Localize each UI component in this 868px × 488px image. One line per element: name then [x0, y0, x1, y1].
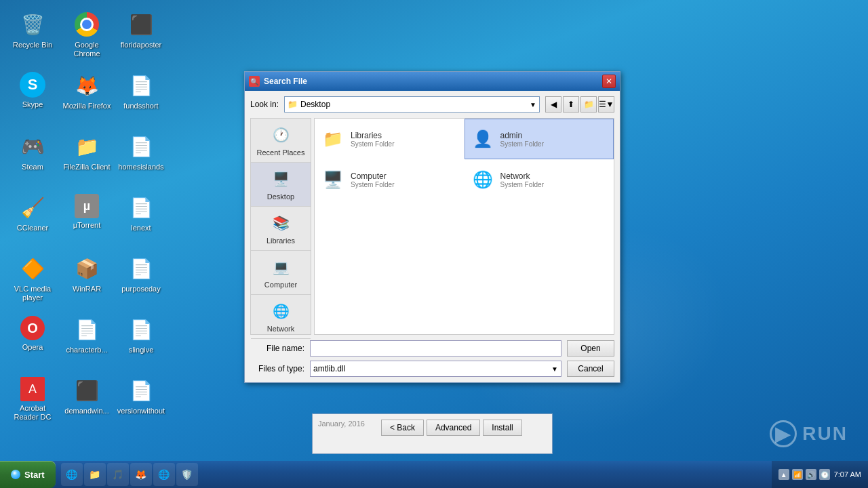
taskbar-app-ie[interactable]: 🌐: [61, 463, 83, 486]
recycle-bin-label: Recycle Bin: [13, 41, 52, 49]
files-of-type-select[interactable]: amtlib.dll ▼: [310, 361, 561, 377]
opera-label: Opera: [22, 343, 43, 352]
desktop-icon-recycle-bin[interactable]: 🗑️ Recycle Bin: [5, 5, 60, 66]
lookin-value: Desktop: [300, 100, 330, 109]
versionwithout-label: versionwithout: [117, 407, 165, 415]
demandwin-icon: ⬛: [73, 377, 100, 404]
file-name-input[interactable]: [313, 344, 558, 353]
computer-sidebar-label: Computer: [264, 281, 297, 289]
desktop-icon-skype[interactable]: S Skype: [5, 66, 60, 127]
bg-dialog-install-btn[interactable]: Install: [483, 420, 521, 436]
desktop-icon-fundsshort[interactable]: 📄 fundsshort: [114, 66, 168, 127]
anyrun-watermark: ▶ RUN: [770, 420, 848, 447]
taskbar-right: ▲ 📶 🔊 🕐 7:07 AM: [772, 461, 868, 488]
file-item-computer[interactable]: 🖥️ Computer System Folder: [315, 159, 465, 200]
desktop-icon-winrar[interactable]: 📦 WinRAR: [60, 249, 114, 310]
ccleaner-label: CCleaner: [17, 224, 48, 232]
chrome-icon: [73, 11, 100, 38]
dialog-files-area: 📁 Libraries System Folder 👤 admin System…: [314, 118, 614, 335]
start-button[interactable]: Start: [0, 461, 56, 488]
recent-places-label: Recent Places: [257, 148, 305, 157]
filezilla-label: FileZilla Client: [63, 163, 110, 171]
recent-places-icon: 🕐: [270, 124, 292, 146]
dialog-close-button[interactable]: ✕: [602, 75, 616, 88]
volume-tray-icon[interactable]: 🔊: [806, 469, 816, 480]
sidebar-item-desktop[interactable]: 🖥️ Desktop: [251, 163, 311, 207]
network-file-icon: 🌐: [471, 167, 495, 192]
sidebar-item-libraries[interactable]: 📚 Libraries: [251, 207, 311, 251]
desktop-icon-filezilla[interactable]: 📁 FileZilla Client: [60, 127, 114, 188]
taskbar-app-firefox[interactable]: 🦊: [130, 463, 152, 486]
anyrun-play-icon: ▶: [770, 420, 797, 447]
network-sidebar-label: Network: [267, 325, 294, 333]
characterb-icon: 📄: [73, 316, 100, 343]
file-item-network[interactable]: 🌐 Network System Folder: [465, 159, 614, 200]
desktop-icon-slingive[interactable]: 📄 slingive: [114, 310, 168, 371]
taskbar-app-media[interactable]: 🎵: [107, 463, 129, 486]
network-tray-icon[interactable]: 📶: [792, 469, 803, 480]
winrar-label: WinRAR: [73, 285, 101, 293]
demandwin-label: demandwin...: [64, 407, 108, 415]
file-name-input-wrapper[interactable]: [310, 340, 561, 357]
desktop-icon-homesislands[interactable]: 📄 homesislands: [114, 127, 168, 188]
dialog-body: Look in: 📁 Desktop ▼ ◀ ⬆ 📁 ☰▼ 🕐 Recent P…: [245, 91, 620, 382]
characterb-label: characterb...: [66, 346, 107, 354]
desktop-icons-area: 🗑️ Recycle Bin Google Chrome ⬛ floridapo…: [0, 0, 190, 461]
lookin-select[interactable]: 📁 Desktop ▼: [284, 96, 540, 113]
search-file-dialog: 🔍 Search File ✕ Look in: 📁 Desktop ▼ ◀ ⬆…: [244, 71, 620, 383]
desktop-icon-ccleaner[interactable]: 🧹 CCleaner: [5, 188, 60, 249]
taskbar-time: 7:07 AM: [834, 470, 861, 479]
homesislands-label: homesislands: [118, 163, 163, 171]
bg-dialog-back-btn[interactable]: < Back: [381, 420, 424, 436]
lookin-up-btn[interactable]: ⬆: [563, 96, 579, 113]
files-of-type-value: amtlib.dll: [313, 364, 345, 373]
libraries-file-info: Libraries System Folder: [351, 131, 458, 148]
utorrent-icon: µ: [75, 194, 99, 218]
desktop-icon-steam[interactable]: 🎮 Steam: [5, 127, 60, 188]
desktop-icon-firefox[interactable]: 🦊 Mozilla Firefox: [60, 66, 114, 127]
taskbar-app-explorer[interactable]: 📁: [84, 463, 106, 486]
open-button[interactable]: Open: [567, 340, 614, 357]
desktop-icon-lenext[interactable]: 📄 lenext: [114, 188, 168, 249]
sidebar-item-network[interactable]: 🌐 Network: [251, 295, 311, 339]
taskbar: Start 🌐 📁 🎵 🦊 🌐 🛡️ ▲ 📶 🔊 🕐 7:07 AM: [0, 461, 868, 488]
firefox-label: Mozilla Firefox: [63, 102, 111, 110]
lookin-folder-btn[interactable]: 📁: [580, 96, 597, 113]
desktop-icon-acrobat[interactable]: A Acrobat Reader DC: [5, 371, 60, 432]
desktop-icon-versionwithout[interactable]: 📄 versionwithout: [114, 371, 168, 432]
chrome-label: Google Chrome: [62, 41, 111, 58]
lookin-view-btn[interactable]: ☰▼: [598, 96, 614, 113]
desktop-icon-utorrent[interactable]: µ µTorrent: [60, 188, 114, 249]
taskbar-app-chrome[interactable]: 🌐: [153, 463, 175, 486]
sidebar-item-computer[interactable]: 💻 Computer: [251, 251, 311, 295]
desktop-icon-opera[interactable]: O Opera: [5, 310, 60, 371]
dialog-lookin-row: Look in: 📁 Desktop ▼ ◀ ⬆ 📁 ☰▼: [250, 96, 614, 113]
bg-dialog-advanced-btn[interactable]: Advanced: [427, 420, 480, 436]
chrome-taskbar-icon: 🌐: [159, 469, 170, 480]
file-name-row: File name: Open: [250, 340, 614, 357]
desktop-icon-google-chrome[interactable]: Google Chrome: [60, 5, 114, 66]
file-item-admin[interactable]: 👤 admin System Folder: [465, 119, 614, 159]
computer-file-info: Computer System Folder: [351, 171, 458, 188]
recycle-bin-icon: 🗑️: [19, 11, 46, 38]
desktop-icon-characterb[interactable]: 📄 characterb...: [60, 310, 114, 371]
desktop-icon-vlc[interactable]: 🔶 VLC media player: [5, 249, 60, 310]
files-of-type-label: Files of type:: [250, 364, 304, 373]
file-name-label: File name:: [250, 344, 304, 353]
sidebar-item-recent-places[interactable]: 🕐 Recent Places: [251, 119, 311, 163]
firefox-icon: 🦊: [73, 72, 100, 99]
libraries-sidebar-label: Libraries: [267, 237, 295, 245]
computer-sidebar-icon: 💻: [270, 256, 292, 278]
admin-file-name: admin: [500, 131, 608, 140]
lookin-back-btn[interactable]: ◀: [545, 96, 561, 113]
purposeday-icon: 📄: [127, 255, 155, 282]
fundsshort-icon: 📄: [127, 72, 155, 99]
file-item-libraries[interactable]: 📁 Libraries System Folder: [315, 119, 465, 159]
cancel-button[interactable]: Cancel: [567, 361, 614, 377]
start-label: Start: [24, 470, 45, 480]
desktop-icon-floridaposter[interactable]: ⬛ floridaposter: [114, 5, 168, 66]
desktop-icon-demandwin[interactable]: ⬛ demandwin...: [60, 371, 114, 432]
taskbar-app-antivirus[interactable]: 🛡️: [176, 463, 198, 486]
desktop-icon-purposeday[interactable]: 📄 purposeday: [114, 249, 168, 310]
acrobat-icon: A: [20, 377, 45, 401]
